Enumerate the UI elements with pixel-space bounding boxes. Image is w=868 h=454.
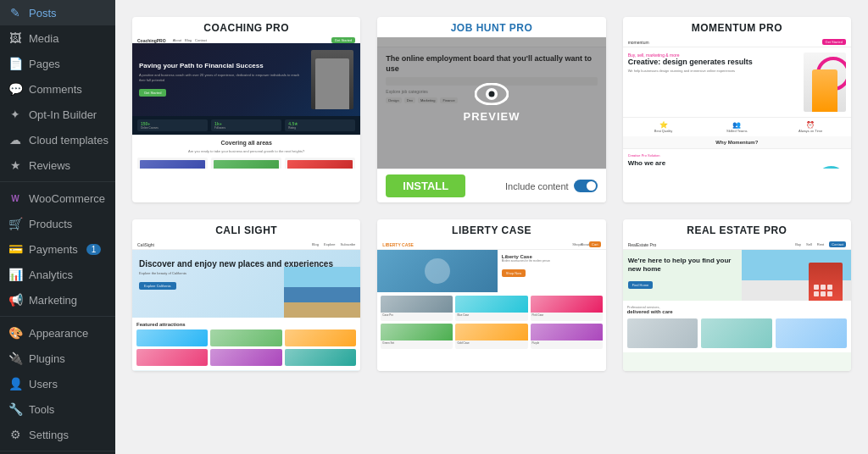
momentum-thumbnail: momentum Get Started Buy, sell, marketin…: [623, 37, 851, 169]
comments-icon: 💬: [8, 82, 22, 96]
install-button[interactable]: INSTALL: [386, 174, 465, 197]
realestate-hero-building: [742, 250, 851, 301]
woocommerce-icon: W: [8, 191, 22, 205]
plugins-icon: 🔌: [8, 352, 22, 365]
cali-nav: CaliSight Blog Explore Subscribe: [132, 240, 360, 250]
liberty-thumbnail: LIBERTY CASE Shop About Cart Liberty Cas…: [377, 240, 605, 371]
cali-section-title: Featured attractions: [136, 322, 356, 327]
sidebar-item-marketing[interactable]: 📢 Marketing: [0, 287, 115, 313]
realestate-section: Professional services, delivered with ca…: [623, 301, 851, 352]
sidebar-item-label: Appearance: [29, 327, 88, 340]
preview-overlay[interactable]: PREVIEW: [377, 37, 605, 169]
products-icon: 🛒: [8, 217, 22, 230]
momentum-nav: momentum Get Started: [623, 37, 851, 47]
coaching-nav: CoachingPRO About Blog Contact Get Start…: [132, 37, 360, 43]
realestate-thumbnail: RealEstate Pro Buy Sell Rent Contact We'…: [623, 240, 851, 371]
realestate-nav: RealEstate Pro Buy Sell Rent Contact: [623, 240, 851, 250]
momentum-who: Who we are: [628, 159, 846, 167]
analytics-icon: 📊: [8, 268, 22, 281]
preview-eye-icon: [475, 83, 509, 105]
momentum-sub: We help businesses design stunning and i…: [628, 69, 798, 73]
coaching-stats: 150+ Online Courses 1k+ Followers 4.5★ R…: [132, 116, 360, 135]
sidebar-item-label: WooCommerce: [29, 192, 105, 205]
coaching-headline: Paving your Path to Financial Success: [139, 62, 306, 70]
coaching-cta: Get Started: [139, 89, 166, 97]
sidebar-item-comments[interactable]: 💬 Comments: [0, 76, 115, 102]
sidebar-item-label: Opt-In Builder: [29, 108, 97, 121]
theme-card-momentum-pro[interactable]: MOMENTUM PRO momentum Get Started Buy, s…: [623, 17, 851, 202]
sidebar-item-settings[interactable]: ⚙ Settings: [0, 422, 115, 447]
realestate-hero: We're here to help you find your new hom…: [623, 250, 851, 301]
sidebar-item-label: Pages: [29, 58, 60, 70]
svg-point-2: [488, 91, 494, 97]
include-content-control: Include content: [505, 180, 598, 192]
theme-card-real-estate-pro[interactable]: REAL ESTATE PRO RealEstate Pro Buy Sell …: [623, 219, 851, 371]
momentum-solution: Creative Pro Solution: [628, 153, 846, 158]
sidebar-item-payments[interactable]: 💳 Payments 1: [0, 236, 115, 262]
theme-card-coaching-pro[interactable]: COACHING PRO CoachingPRO About Blog Cont…: [132, 17, 360, 202]
theme-card-liberty-case[interactable]: LIBERTY CASE LIBERTY CASE Shop About Car…: [377, 219, 605, 371]
sidebar-item-reviews[interactable]: ★ Reviews: [0, 152, 115, 178]
theme-title-coaching: COACHING PRO: [132, 17, 360, 37]
momentum-person-image: [804, 53, 846, 112]
sidebar-item-tools[interactable]: 🔧 Tools: [0, 396, 115, 422]
appearance-icon: 🎨: [8, 326, 22, 340]
sidebar-item-media[interactable]: 🖼 Media: [0, 25, 115, 51]
sidebar-item-label: Posts: [29, 7, 57, 19]
cali-thumbnail: CaliSight Blog Explore Subscribe Discove…: [132, 240, 360, 371]
theme-card-job-hunt-pro[interactable]: JOB HUNT PRO The online employment board…: [377, 17, 605, 202]
coaching-person-image: [311, 50, 353, 109]
payments-icon: 💳: [8, 242, 22, 256]
sidebar: ✎ Posts 🖼 Media 📄 Pages 💬 Comments ✦ Opt…: [0, 0, 115, 454]
realestate-hero-title: We're here to help you find your new hom…: [628, 257, 737, 274]
sidebar-item-woocommerce[interactable]: W WooCommerce: [0, 185, 115, 211]
sidebar-item-label: Tools: [29, 403, 54, 416]
sidebar-item-posts[interactable]: ✎ Posts: [0, 0, 115, 25]
momentum-hero: Buy, sell, marketing & more Creative: de…: [623, 47, 851, 117]
theme-title-cali: CALI SIGHT: [132, 219, 360, 240]
cali-hero-btn: Explore California: [139, 282, 176, 290]
sidebar-item-label: Users: [29, 378, 58, 390]
coaching-section: Covering all areas Are you ready to take…: [132, 135, 360, 169]
coaching-thumbnail: CoachingPRO About Blog Contact Get Start…: [132, 37, 360, 169]
sidebar-item-products[interactable]: 🛒 Products: [0, 211, 115, 236]
reviews-icon: ★: [8, 158, 22, 172]
theme-title-jobhunt: JOB HUNT PRO: [377, 17, 605, 37]
sidebar-item-label: Payments: [29, 243, 78, 256]
marketing-icon: 📢: [8, 293, 22, 307]
include-content-toggle[interactable]: [574, 180, 598, 192]
sidebar-item-label: Comments: [29, 83, 82, 96]
tools-icon: 🔧: [8, 402, 22, 416]
settings-icon: ⚙: [8, 428, 22, 441]
coaching-section-title: Covering all areas: [137, 140, 355, 146]
sidebar-item-plugins[interactable]: 🔌 Plugins: [0, 346, 115, 371]
sidebar-item-cloud-templates[interactable]: ☁ Cloud templates: [0, 127, 115, 152]
realestate-section-title: delivered with care: [627, 309, 847, 314]
sidebar-item-opt-in-builder[interactable]: ✦ Opt-In Builder: [0, 102, 115, 127]
media-icon: 🖼: [8, 31, 22, 45]
coaching-section-sub: Are you ready to take your business and …: [137, 149, 355, 153]
momentum-section-title: Why Momentum?: [628, 140, 846, 145]
momentum-section: Why Momentum?: [623, 136, 851, 148]
momentum-title: Creative: design generates results: [628, 58, 798, 67]
sidebar-item-appearance[interactable]: 🎨 Appearance: [0, 320, 115, 346]
payments-badge: 1: [86, 244, 102, 255]
theme-title-liberty: LIBERTY CASE: [377, 219, 605, 240]
cloud-icon: ☁: [8, 133, 22, 147]
theme-title-realestate: REAL ESTATE PRO: [623, 219, 851, 240]
sidebar-item-pages[interactable]: 📄 Pages: [0, 51, 115, 76]
install-bar: INSTALL Include content: [377, 169, 605, 202]
main-content: COACHING PRO CoachingPRO About Blog Cont…: [115, 0, 868, 454]
liberty-hero-sub: Modern accessories for the modern person: [502, 259, 602, 263]
sidebar-item-users[interactable]: 👤 Users: [0, 371, 115, 396]
sidebar-item-label: Reviews: [29, 159, 70, 172]
coaching-sub: A positive and business coach with over …: [139, 73, 306, 82]
sidebar-item-analytics[interactable]: 📊 Analytics: [0, 262, 115, 287]
posts-icon: ✎: [8, 6, 22, 19]
theme-card-cali-sight[interactable]: CALI SIGHT CaliSight Blog Explore Subscr…: [132, 219, 360, 371]
users-icon: 👤: [8, 377, 22, 390]
toggle-knob: [587, 181, 596, 191]
cali-section: Featured attractions: [132, 318, 360, 370]
sidebar-item-label: Marketing: [29, 294, 77, 307]
liberty-hero: Liberty Case Modern accessories for the …: [377, 250, 605, 292]
